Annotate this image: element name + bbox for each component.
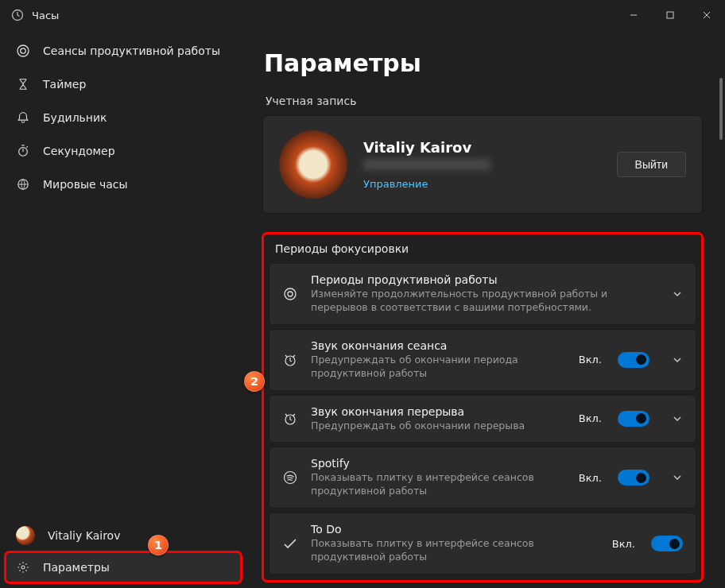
setting-desc: Показывать плитку в интерфейсе сеансов п…	[311, 471, 566, 498]
clock-app-icon	[11, 9, 24, 21]
avatar-icon	[16, 526, 35, 545]
svg-point-9	[288, 292, 293, 296]
setting-desc: Предупреждать об окончании периода проду…	[311, 354, 566, 381]
focus-section-label: Периоды фокусировки	[275, 242, 696, 255]
sidebar-item-label: Секундомер	[43, 145, 115, 157]
account-email	[363, 159, 490, 170]
sidebar-item-label: Параметры	[43, 561, 110, 574]
sidebar-item-settings[interactable]: Параметры	[5, 551, 242, 583]
svg-point-4	[21, 48, 25, 53]
sidebar-item-label: Таймер	[43, 78, 86, 91]
avatar	[279, 130, 347, 199]
page-title: Параметры	[264, 49, 703, 77]
alarm-clock-icon	[282, 352, 298, 368]
toggle-switch[interactable]	[618, 470, 649, 485]
app-window: Часы Сеансы продуктивной работы Таймер Б…	[0, 0, 725, 588]
setting-desc: Показывать плитку в интерфейсе сеансов п…	[311, 537, 599, 564]
setting-row-focus-periods[interactable]: Периоды продуктивной работы Изменяйте пр…	[269, 263, 696, 325]
toggle-switch[interactable]	[618, 352, 649, 368]
setting-title: Spotify	[311, 457, 566, 470]
alarm-clock-icon	[282, 411, 298, 427]
checkmark-icon	[282, 536, 298, 551]
sidebar-user-name: Vitaliy Kairov	[48, 529, 120, 542]
toggle-label: Вкл.	[579, 472, 602, 484]
annotation-badge-2: 2	[244, 371, 265, 392]
window-controls	[615, 0, 725, 30]
chevron-down-icon	[672, 288, 683, 300]
hourglass-icon	[16, 77, 30, 91]
focus-periods-group: Периоды фокусировки Периоды продуктивной…	[262, 233, 703, 582]
minimize-button[interactable]	[615, 0, 652, 30]
account-name: Vitaliy Kairov	[363, 139, 601, 156]
setting-row-end-session-sound[interactable]: Звук окончания сеанса Предупреждать об о…	[269, 329, 696, 391]
account-section-label: Учетная запись	[266, 95, 703, 107]
target-icon	[16, 44, 30, 58]
sidebar: Сеансы продуктивной работы Таймер Будиль…	[0, 30, 246, 588]
sidebar-user[interactable]: Vitaliy Kairov	[5, 520, 242, 551]
app-title: Часы	[32, 10, 59, 21]
setting-desc: Предупреждать об окончании перерыва	[311, 420, 566, 433]
sidebar-item-alarm[interactable]: Будильник	[5, 102, 242, 133]
sidebar-item-label: Мировые часы	[43, 178, 128, 191]
scrollbar[interactable]	[719, 78, 723, 588]
chevron-down-icon	[672, 413, 683, 424]
sidebar-item-label: Будильник	[43, 111, 107, 124]
svg-point-7	[21, 566, 25, 569]
sidebar-item-timer[interactable]: Таймер	[5, 68, 242, 100]
chevron-down-icon	[672, 354, 683, 366]
toggle-switch[interactable]	[651, 536, 683, 551]
scrollbar-thumb[interactable]	[719, 78, 723, 140]
sidebar-item-focus-sessions[interactable]: Сеансы продуктивной работы	[5, 35, 242, 67]
target-icon	[282, 286, 298, 302]
main-content: Параметры Учетная запись Vitaliy Kairov …	[246, 30, 725, 588]
account-card: Vitaliy Kairov Управление Выйти	[262, 115, 703, 214]
sidebar-item-stopwatch[interactable]: Секундомер	[5, 135, 242, 167]
signout-button[interactable]: Выйти	[617, 152, 686, 177]
globe-icon	[16, 177, 30, 191]
chevron-down-icon	[672, 472, 683, 483]
toggle-label: Вкл.	[612, 538, 635, 550]
spotify-icon	[282, 470, 298, 485]
svg-rect-2	[667, 12, 673, 18]
toggle-switch[interactable]	[618, 411, 649, 427]
setting-title: Звук окончания сеанса	[311, 339, 566, 352]
toggle-label: Вкл.	[579, 412, 602, 424]
annotation-badge-1: 1	[148, 535, 169, 555]
stopwatch-icon	[16, 144, 30, 158]
setting-row-todo[interactable]: To Do Показывать плитку в интерфейсе сеа…	[269, 513, 696, 574]
toggle-label: Вкл.	[579, 354, 602, 366]
maximize-button[interactable]	[652, 0, 688, 30]
account-manage-link[interactable]: Управление	[363, 178, 601, 190]
sidebar-item-label: Сеансы продуктивной работы	[43, 44, 220, 57]
titlebar: Часы	[0, 0, 725, 30]
setting-title: Периоды продуктивной работы	[311, 273, 649, 286]
sidebar-item-world-clock[interactable]: Мировые часы	[5, 168, 242, 200]
setting-row-end-break-sound[interactable]: Звук окончания перерыва Предупреждать об…	[269, 395, 696, 443]
close-button[interactable]	[688, 0, 725, 30]
gear-icon	[16, 560, 30, 574]
setting-title: To Do	[311, 523, 599, 536]
setting-row-spotify[interactable]: Spotify Показывать плитку в интерфейсе с…	[269, 447, 696, 509]
svg-point-8	[285, 288, 296, 300]
svg-point-3	[17, 45, 29, 56]
bell-icon	[16, 110, 30, 125]
setting-desc: Изменяйте продолжительность продуктивной…	[311, 288, 649, 315]
setting-title: Звук окончания перерыва	[311, 405, 566, 418]
